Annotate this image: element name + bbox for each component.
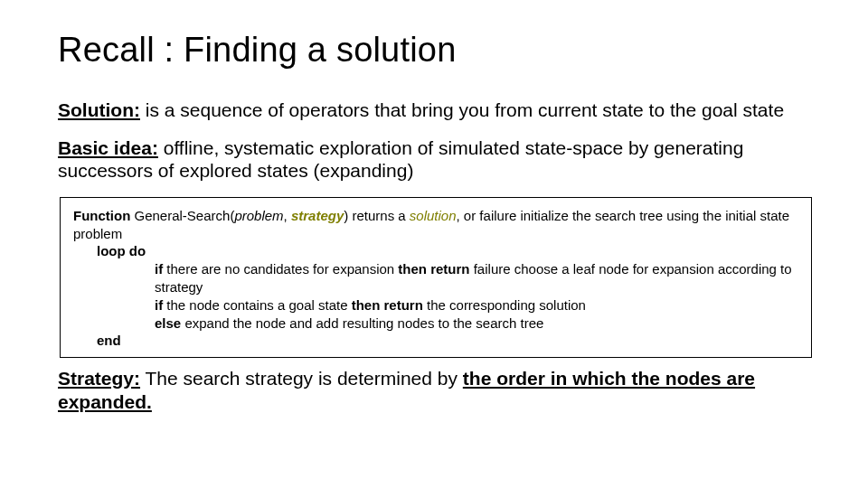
ret-solution: solution	[410, 208, 457, 223]
kw-end: end	[73, 332, 798, 350]
text-strategy: The search strategy is determined by	[140, 368, 463, 389]
label-basic-idea: Basic idea:	[58, 137, 158, 158]
kw-loop: loop do	[73, 242, 798, 260]
cond1: there are no candidates for expansion	[166, 261, 398, 277]
para-solution: Solution: is a sequence of operators tha…	[58, 99, 814, 122]
slide: Recall : Finding a solution Solution: is…	[0, 0, 868, 413]
kw-then2: then return	[352, 297, 427, 313]
para-basic-idea: Basic idea: offline, systematic explorat…	[58, 136, 814, 183]
label-strategy: Strategy:	[58, 368, 140, 389]
ret-tail: , or failure	[457, 208, 517, 223]
label-solution: Solution:	[58, 99, 140, 120]
line-else: else expand the node and add resulting n…	[73, 314, 798, 333]
comma: ,	[284, 208, 291, 223]
kw-then1: then return	[398, 261, 473, 277]
kw-if2: if	[155, 297, 166, 313]
ret-failure: failure	[474, 261, 511, 277]
kw-else: else	[155, 315, 184, 331]
kw-function: Function	[73, 208, 130, 223]
ret-corr: the corresponding solution	[427, 297, 586, 313]
slide-title: Recall : Finding a solution	[58, 31, 814, 70]
fn-name: General-Search(	[130, 208, 234, 223]
returns: ) returns a	[344, 208, 410, 223]
kw-if1: if	[155, 261, 166, 277]
expand-text: expand the node and add resulting nodes …	[184, 315, 543, 331]
arg-problem: problem	[234, 208, 283, 223]
text-basic-idea: offline, systematic exploration of simul…	[58, 137, 743, 182]
cond2: the node contains a goal state	[166, 297, 351, 313]
algorithm-box: Function General-Search(problem, strateg…	[60, 197, 812, 358]
text-solution: is a sequence of operators that bring yo…	[140, 99, 784, 120]
para-strategy: Strategy: The search strategy is determi…	[58, 367, 814, 413]
arg-strategy: strategy	[291, 208, 344, 223]
line-if1: if there are no candidates for expansion…	[73, 260, 798, 296]
line-if2: if the node contains a goal state then r…	[73, 296, 798, 314]
